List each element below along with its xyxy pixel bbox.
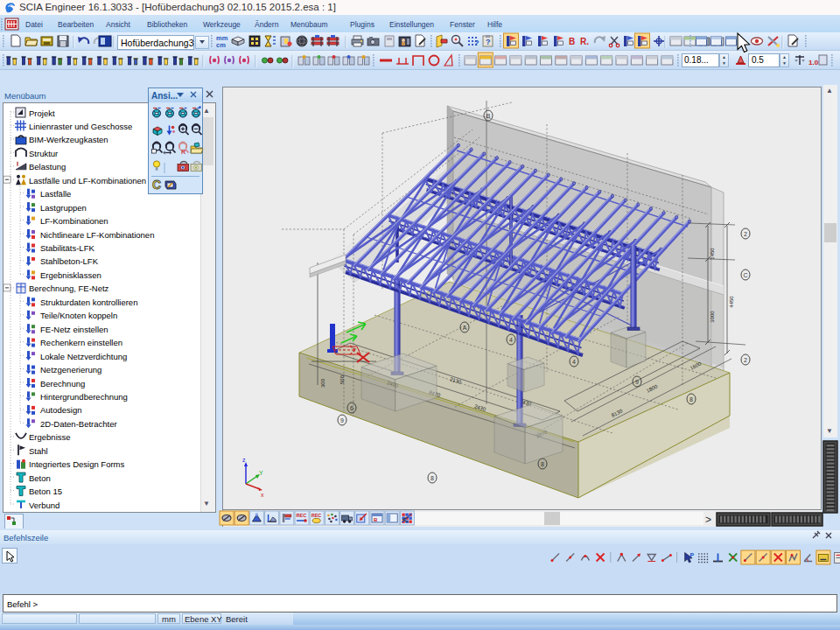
svg-text:B: B — [486, 113, 491, 119]
svg-text:A: A — [463, 325, 467, 331]
svg-text:2: 2 — [744, 357, 747, 363]
svg-text:500: 500 — [340, 374, 345, 384]
svg-text:6: 6 — [350, 405, 354, 411]
svg-text:4450: 4450 — [729, 296, 734, 308]
svg-text:300: 300 — [320, 378, 326, 388]
svg-text:z: z — [242, 457, 246, 463]
svg-text:Y: Y — [259, 470, 263, 476]
svg-text:8: 8 — [690, 396, 693, 402]
svg-text:3000: 3000 — [710, 311, 715, 323]
svg-text:9: 9 — [635, 379, 639, 385]
svg-text:1450: 1450 — [710, 248, 715, 260]
svg-text:4: 4 — [509, 337, 513, 343]
svg-text:8: 8 — [541, 461, 544, 467]
svg-text:8: 8 — [430, 475, 434, 481]
svg-text:C: C — [743, 272, 747, 278]
svg-text:x: x — [261, 492, 264, 498]
svg-text:9: 9 — [340, 417, 344, 424]
svg-text:2: 2 — [744, 231, 747, 237]
svg-text:4: 4 — [572, 359, 576, 365]
